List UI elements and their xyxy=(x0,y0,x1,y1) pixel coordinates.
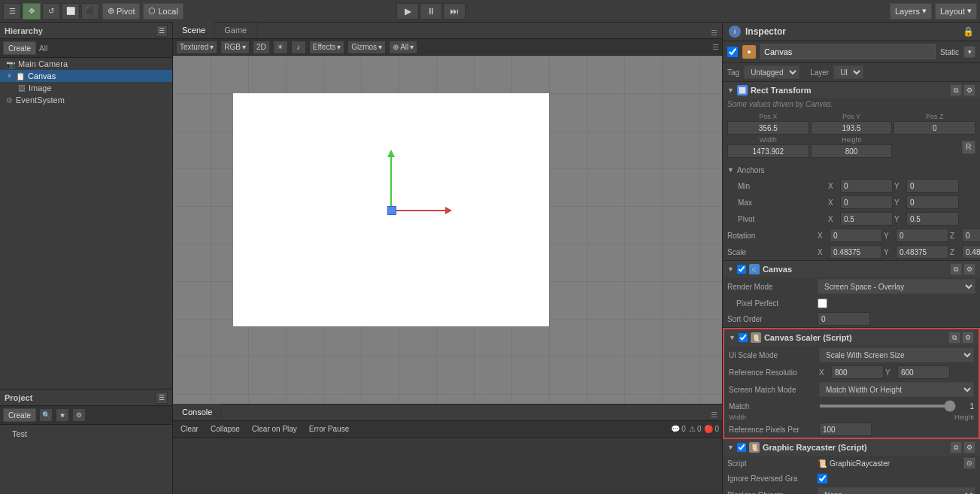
pivot-y-input[interactable] xyxy=(906,212,959,226)
project-title: Project xyxy=(5,393,32,402)
anchor-min-x-input[interactable] xyxy=(840,179,893,192)
scene-view[interactable] xyxy=(173,56,722,404)
step-btn[interactable]: ⏭ xyxy=(443,3,466,20)
rot-z-input[interactable] xyxy=(962,229,980,242)
height-input[interactable] xyxy=(811,144,893,158)
inspector-info-icon: i xyxy=(729,26,741,38)
ref-x-input[interactable] xyxy=(831,365,884,379)
script-select-icon[interactable]: ⊙ xyxy=(963,457,975,469)
anchor-min-y-input[interactable] xyxy=(906,179,959,192)
play-btn[interactable]: ▶ xyxy=(396,3,419,20)
rect-note: Some values driven by Canvas. xyxy=(723,98,980,110)
console-clear-on-play-btn[interactable]: Clear on Play xyxy=(247,424,302,434)
canvas-scaler-checkbox[interactable] xyxy=(739,333,748,342)
textured-dropdown[interactable]: Textured ▾ xyxy=(176,41,217,54)
sort-order-input[interactable] xyxy=(818,312,870,326)
hierarchy-item-eventsystem[interactable]: ⚙ EventSystem xyxy=(0,94,172,106)
layout-dropdown[interactable]: Layout ▾ xyxy=(935,3,977,20)
ignore-reversed-checkbox[interactable] xyxy=(818,474,827,483)
script-value: GraphicRaycaster xyxy=(830,459,890,468)
2d-btn[interactable]: 2D xyxy=(253,41,270,54)
pos-x-input[interactable] xyxy=(727,121,809,135)
rotate-tool-btn[interactable]: ↺ xyxy=(42,3,60,20)
canvas-scaler-settings-icon[interactable]: ⚙ xyxy=(962,332,974,344)
tab-console[interactable]: Console xyxy=(173,404,222,420)
hierarchy-item-canvas[interactable]: ▼ 📋 Canvas xyxy=(0,70,172,82)
ref-y-input[interactable] xyxy=(897,365,950,379)
canvas-scaler-header[interactable]: ▼ 📜 Canvas Scaler (Script) ⧉ ⚙ xyxy=(724,329,978,346)
project-options-btn[interactable]: ☰ xyxy=(156,392,168,404)
project-search-icon[interactable]: 🔍 xyxy=(39,408,53,422)
go-name-field[interactable] xyxy=(760,44,936,59)
pivot-xyz: X Y xyxy=(828,212,975,226)
rect-transform-header[interactable]: ▼ ⬜ Rect Transform ⧉ ⚙ xyxy=(723,82,980,98)
tab-game[interactable]: Game xyxy=(215,22,256,38)
project-create-btn[interactable]: Create xyxy=(3,408,36,422)
render-mode-select[interactable]: Screen Space - Overlay xyxy=(818,279,975,294)
audio-btn[interactable]: ♪ xyxy=(291,41,306,54)
layers-dropdown[interactable]: Layers ▾ xyxy=(890,3,932,20)
graphic-raycaster-header[interactable]: ▼ 📜 Graphic Raycaster (Script) ⧉ ⚙ xyxy=(723,439,980,456)
pause-btn[interactable]: ⏸ xyxy=(420,3,442,20)
anchor-max-x-input[interactable] xyxy=(840,195,893,209)
pivot-btn[interactable]: ⊕ Pivot xyxy=(102,3,140,20)
pivot-x-input[interactable] xyxy=(840,212,893,226)
pos-y-input[interactable] xyxy=(811,121,893,135)
scale-z-input[interactable] xyxy=(962,245,980,259)
scale-tool-btn[interactable]: ⬜ xyxy=(62,3,80,20)
hand-tool-btn[interactable]: ☰ xyxy=(3,3,21,20)
width-input[interactable] xyxy=(727,144,809,158)
rot-x-input[interactable] xyxy=(830,229,882,242)
rot-y-input[interactable] xyxy=(896,229,948,242)
scale-x-input[interactable] xyxy=(830,245,882,259)
canvas-comp-checkbox[interactable] xyxy=(737,265,746,274)
console-collapse-btn[interactable]: Collapse xyxy=(206,424,244,434)
hierarchy-item-image[interactable]: 🖼 Image xyxy=(0,82,172,94)
project-filter-icon[interactable]: ⚙ xyxy=(72,408,86,422)
r-btn[interactable]: R xyxy=(962,141,975,154)
canvas-settings-icon[interactable]: ⚙ xyxy=(963,263,975,275)
gizmos-dropdown[interactable]: Gizmos ▾ xyxy=(347,41,386,54)
all-dropdown[interactable]: ⊕ All ▾ xyxy=(389,41,417,54)
raycaster-settings-icon[interactable]: ⚙ xyxy=(963,441,975,453)
raycaster-copy-icon[interactable]: ⧉ xyxy=(950,441,962,453)
tag-select[interactable]: Untagged xyxy=(744,65,799,79)
scale-y-input[interactable] xyxy=(896,245,948,259)
static-chevron-icon[interactable]: ▾ xyxy=(963,46,975,58)
raycaster-checkbox[interactable] xyxy=(737,443,746,452)
inspector-lock-icon[interactable]: 🔒 xyxy=(963,26,974,37)
console-panel-options[interactable]: ☰ xyxy=(706,409,722,420)
effects-dropdown[interactable]: Effects ▾ xyxy=(309,41,344,54)
rect-copy-icon[interactable]: ⧉ xyxy=(950,84,962,96)
rect-settings-icon[interactable]: ⚙ xyxy=(963,84,975,96)
go-active-checkbox[interactable] xyxy=(727,47,738,57)
project-favorites-icon[interactable]: ★ xyxy=(56,408,69,422)
ui-scale-mode-select[interactable]: Scale With Screen Size xyxy=(819,347,974,362)
match-slider-input[interactable] xyxy=(819,405,956,408)
layer-select[interactable]: UI xyxy=(833,65,863,79)
hierarchy-create-btn[interactable]: Create xyxy=(3,41,36,55)
scene-options-btn[interactable]: ☰ xyxy=(712,43,719,51)
ref-pixels-input[interactable] xyxy=(819,423,872,436)
canvas-comp-header[interactable]: ▼ C Canvas ⧉ ⚙ xyxy=(723,261,980,277)
console-error-pause-btn[interactable]: Error Pause xyxy=(305,424,353,434)
rect-tool-btn[interactable]: ⬛ xyxy=(81,3,99,20)
local-btn[interactable]: ⬡ Local xyxy=(143,3,183,20)
screen-match-select[interactable]: Match Width Or Height xyxy=(819,382,974,397)
canvas-copy-icon[interactable]: ⧉ xyxy=(950,263,962,275)
tab-scene[interactable]: Scene xyxy=(173,22,215,38)
hierarchy-item-main-camera[interactable]: 📷 Main Camera xyxy=(0,58,172,70)
rgb-dropdown[interactable]: RGB ▾ xyxy=(220,41,250,54)
pixel-perfect-checkbox[interactable] xyxy=(818,299,827,308)
hierarchy-options-btn[interactable]: ☰ xyxy=(156,25,168,37)
pos-z-input[interactable] xyxy=(894,121,975,135)
blocking-objects-select[interactable]: None xyxy=(818,487,975,494)
project-item-test[interactable]: Test xyxy=(6,428,166,440)
anchor-max-y-input[interactable] xyxy=(906,195,959,209)
lights-btn[interactable]: ☀ xyxy=(273,41,288,54)
console-clear-btn[interactable]: Clear xyxy=(176,424,203,434)
project-toolbar: Create 🔍 ★ ⚙ xyxy=(0,406,172,425)
canvas-scaler-copy-icon[interactable]: ⧉ xyxy=(948,332,960,344)
scene-panel-options[interactable]: ☰ xyxy=(706,27,722,38)
move-tool-btn[interactable]: ✥ xyxy=(23,3,41,20)
